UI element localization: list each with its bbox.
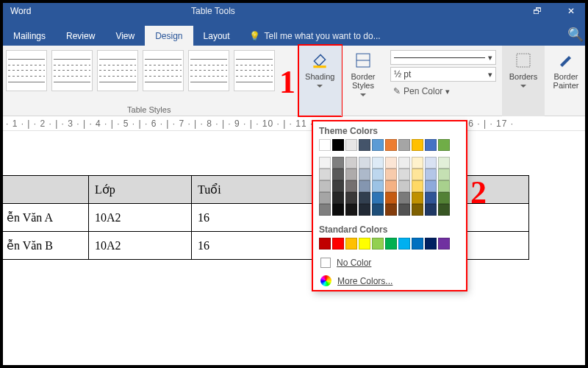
restore-button[interactable]: 🗗 — [520, 0, 554, 22]
color-swatch[interactable] — [332, 204, 344, 216]
border-painter-button[interactable]: Border Painter — [545, 46, 587, 116]
color-swatch[interactable] — [332, 238, 344, 250]
tell-me[interactable]: 💡 Tell me what you want to do... — [240, 26, 390, 46]
color-swatch[interactable] — [412, 192, 423, 204]
color-swatch[interactable] — [372, 204, 384, 216]
close-button[interactable]: ✕ — [554, 0, 588, 22]
color-swatch[interactable] — [359, 169, 370, 180]
color-swatch[interactable] — [345, 157, 357, 169]
color-swatch[interactable] — [372, 238, 384, 250]
color-swatch[interactable] — [425, 169, 437, 180]
table-style-option[interactable] — [97, 50, 138, 91]
color-swatch[interactable] — [359, 204, 370, 216]
color-swatch[interactable] — [332, 169, 344, 180]
color-swatch[interactable] — [319, 238, 331, 250]
color-swatch[interactable] — [398, 180, 410, 192]
color-swatch[interactable] — [319, 139, 331, 151]
color-swatch[interactable] — [438, 238, 450, 250]
color-swatch[interactable] — [438, 192, 450, 204]
color-swatch[interactable] — [438, 180, 450, 192]
color-swatch[interactable] — [332, 139, 344, 151]
more-colors-option[interactable]: More Colors... — [313, 272, 466, 290]
pen-style-select[interactable]: ▾ — [390, 50, 496, 65]
color-swatch[interactable] — [385, 169, 397, 180]
color-swatch[interactable] — [438, 169, 450, 180]
color-swatch[interactable] — [385, 180, 397, 192]
table-style-option[interactable] — [51, 50, 93, 91]
lightbulb-icon: 💡 — [249, 31, 260, 41]
color-swatch[interactable] — [372, 192, 384, 204]
color-swatch[interactable] — [345, 192, 357, 204]
color-swatch[interactable] — [425, 139, 437, 151]
tab-review[interactable]: Review — [56, 26, 105, 46]
color-swatch[interactable] — [398, 169, 410, 180]
color-swatch[interactable] — [345, 204, 357, 216]
color-swatch[interactable] — [345, 238, 357, 250]
color-swatch[interactable] — [345, 180, 357, 192]
tab-design[interactable]: Design — [145, 26, 193, 46]
color-swatch[interactable] — [359, 139, 370, 151]
color-swatch[interactable] — [412, 180, 423, 192]
color-swatch[interactable] — [412, 157, 423, 169]
color-swatch[interactable] — [372, 139, 384, 151]
color-swatch[interactable] — [425, 180, 437, 192]
color-swatch[interactable] — [332, 157, 344, 169]
color-swatch[interactable] — [332, 180, 344, 192]
border-styles-button[interactable]: Border Styles — [342, 46, 384, 116]
table-styles-group: Table Styles — [0, 46, 299, 116]
color-swatch[interactable] — [412, 139, 423, 151]
color-swatch[interactable] — [398, 157, 410, 169]
ribbon-tabs: Mailings Review View Design Layout 💡 Tel… — [0, 22, 588, 46]
color-swatch[interactable] — [319, 192, 331, 204]
color-swatch[interactable] — [425, 157, 437, 169]
color-swatch[interactable] — [425, 238, 437, 250]
color-swatch[interactable] — [398, 204, 410, 216]
color-swatch[interactable] — [438, 204, 450, 216]
color-swatch[interactable] — [412, 238, 423, 250]
color-swatch[interactable] — [385, 238, 397, 250]
color-swatch[interactable] — [398, 238, 410, 250]
theme-color-row — [313, 138, 466, 155]
color-swatch[interactable] — [385, 204, 397, 216]
tab-mailings[interactable]: Mailings — [3, 26, 56, 46]
color-swatch[interactable] — [412, 204, 423, 216]
document-area[interactable]: Lớp Tuổi ễn Văn A 10A2 16 Quận Thủ Đức ễ… — [0, 131, 588, 260]
color-swatch[interactable] — [438, 157, 450, 169]
color-swatch[interactable] — [425, 204, 437, 216]
color-swatch[interactable] — [425, 192, 437, 204]
color-swatch[interactable] — [319, 204, 331, 216]
borders-button[interactable]: Borders — [502, 46, 545, 116]
color-swatch[interactable] — [359, 180, 370, 192]
color-swatch[interactable] — [345, 169, 357, 180]
color-swatch[interactable] — [345, 139, 357, 151]
color-swatch[interactable] — [398, 192, 410, 204]
tab-layout[interactable]: Layout — [193, 26, 240, 46]
shading-button[interactable]: Shading — [299, 46, 342, 116]
color-swatch[interactable] — [319, 157, 331, 169]
color-swatch[interactable] — [385, 192, 397, 204]
color-swatch[interactable] — [385, 157, 397, 169]
pen-color-button[interactable]: ✎Pen Color ▾ — [390, 84, 496, 99]
tab-view[interactable]: View — [105, 26, 145, 46]
table-style-option[interactable] — [188, 50, 229, 91]
color-swatch[interactable] — [372, 157, 384, 169]
color-swatch[interactable] — [319, 169, 331, 180]
color-swatch[interactable] — [332, 192, 344, 204]
table-style-option[interactable] — [143, 50, 184, 91]
color-swatch[interactable] — [319, 180, 331, 192]
color-swatch[interactable] — [359, 157, 370, 169]
color-swatch[interactable] — [398, 139, 410, 151]
color-swatch[interactable] — [372, 169, 384, 180]
pen-weight-select[interactable]: ½ pt▾ — [390, 67, 496, 82]
color-swatch[interactable] — [372, 180, 384, 192]
table-style-option[interactable] — [6, 50, 47, 91]
color-swatch[interactable] — [438, 139, 450, 151]
color-swatch[interactable] — [412, 169, 423, 180]
no-color-option[interactable]: No Color — [313, 254, 466, 272]
color-swatch[interactable] — [359, 192, 370, 204]
context-tab-title: Table Tools — [191, 6, 235, 16]
table-style-option[interactable] — [234, 50, 275, 91]
color-swatch[interactable] — [385, 139, 397, 151]
color-swatch[interactable] — [359, 238, 370, 250]
search-icon[interactable]: 🔍 — [567, 26, 584, 43]
